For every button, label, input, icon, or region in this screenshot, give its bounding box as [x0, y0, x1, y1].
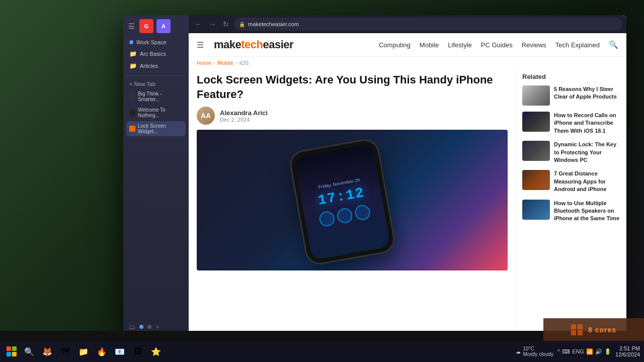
widget-circle-1	[318, 210, 336, 228]
site-logo: maketecheasier	[214, 38, 293, 51]
folder-icon-articles: 📁	[129, 62, 137, 69]
related-text-2: How to Record Calls on iPhone and Transc…	[554, 112, 620, 135]
hamburger-menu[interactable]: ☰	[197, 40, 204, 50]
new-tab-button[interactable]: + New Tab	[126, 79, 186, 89]
tab-lockscreen[interactable]: Lock Screen Widget...	[126, 121, 186, 136]
website-content: ☰ maketecheasier Computing Mobile Lifest…	[189, 33, 626, 337]
address-bar[interactable]: 🔒 maketecheasier.com	[234, 18, 622, 31]
start-button[interactable]	[4, 344, 19, 359]
gmail-tab[interactable]: G	[139, 19, 153, 33]
arc-basics-label: Arc Basics	[140, 51, 166, 57]
clock-time: 2:51 PM	[615, 345, 640, 351]
taskbar-right: ☁ 10°C Mostly cloudy ^ ⌨ ENG 📶 🔊 🔋 2:51 …	[516, 345, 640, 357]
nav-techexplained[interactable]: Tech Explained	[555, 41, 600, 49]
related-text-5: How to Use Multiple Bluetooth Speakers o…	[554, 200, 620, 223]
related-item-1[interactable]: 5 Reasons Why I Steer Clear of Apple Pro…	[522, 85, 620, 106]
tab-bigthink[interactable]: Big Think - Smarter...	[126, 89, 186, 104]
sidebar-item-workspace[interactable]: Work Space	[126, 37, 186, 47]
related-thumb-4	[522, 170, 550, 190]
weather-info: ☁ 10°C Mostly cloudy	[516, 346, 553, 357]
logo-make: make	[214, 38, 241, 51]
related-thumb-5	[522, 200, 550, 220]
articles-label: Articles	[140, 63, 158, 69]
corner-cell-3	[571, 330, 576, 335]
workspace-label: Work Space	[136, 39, 167, 45]
corner-grid	[571, 324, 583, 335]
related-item-2[interactable]: How to Record Calls on iPhone and Transc…	[522, 112, 620, 135]
clock: 2:51 PM 12/6/2024	[615, 345, 640, 357]
site-nav: Computing Mobile Lifestyle PC Guides Rev…	[379, 40, 618, 49]
new-tab-label: + New Tab	[129, 81, 155, 87]
url-text: maketecheasier.com	[248, 21, 299, 27]
widget-circle-2	[336, 207, 354, 224]
article-title: Lock Screen Widgets: Are You Using This …	[197, 73, 508, 102]
sidebar-top-tabs: ☰ G A	[126, 19, 186, 33]
author-initials: AA	[201, 112, 211, 120]
language-label: ENG	[572, 348, 584, 354]
tab-label-bigthink: Big Think - Smarter...	[138, 91, 183, 102]
browser-content: ← → ↻ 🔒 maketecheasier.com ☰ maketecheas…	[189, 15, 626, 337]
site-header: ☰ maketecheasier Computing Mobile Lifest…	[189, 33, 626, 57]
refresh-button[interactable]: ↻	[221, 19, 231, 29]
tab-favicon-mte	[129, 126, 135, 132]
sidebar-item-articles[interactable]: 📁 Articles	[126, 60, 186, 71]
search-icon[interactable]: 🔍	[609, 40, 618, 49]
back-button[interactable]: ←	[193, 19, 204, 29]
tab-label-lockscreen: Lock Screen Widget...	[138, 123, 183, 134]
breadcrumb-home[interactable]: Home	[197, 60, 211, 66]
breadcrumb-mobile[interactable]: Mobile	[217, 60, 233, 66]
corner-cell-2	[578, 324, 583, 329]
workspace-dot	[129, 40, 133, 44]
breadcrumb: Home › Mobile › iOS	[189, 57, 626, 69]
sidebar-item-arc-basics[interactable]: 📁 Arc Basics	[126, 48, 186, 59]
add-tab-icon[interactable]: +	[155, 323, 159, 331]
related-item-5[interactable]: How to Use Multiple Bluetooth Speakers o…	[522, 200, 620, 223]
taskbar-browser[interactable]: 🦊	[39, 343, 55, 359]
related-item-3[interactable]: Dynamic Lock: The Key to Protecting Your…	[522, 141, 620, 164]
taskbar-firefox[interactable]: 🔥	[94, 343, 110, 359]
arc-sidebar: ☰ G A Work Space 📁 Arc Basics 📁 Articles…	[123, 15, 189, 337]
phone-mockup: Friday, November 29 17:12	[288, 137, 397, 267]
nav-lifestyle[interactable]: Lifestyle	[448, 41, 472, 49]
tab-favicon-nothing	[129, 110, 135, 116]
tab-favicon-bigthink	[129, 94, 135, 100]
sidebar-divider	[126, 75, 186, 76]
sidebar-menu-icon[interactable]: ☰	[126, 21, 136, 31]
taskbar: 🔍 🦊 🗺 📁 🔥 📧 🖼 ⭐ ☁ 10°C Mostly cloudy ^ ⌨…	[0, 341, 644, 362]
windows-logo	[7, 346, 17, 356]
article-layout: Lock Screen Widgets: Are You Using This …	[189, 69, 626, 327]
taskbar-mail[interactable]: 📧	[112, 343, 128, 359]
taskbar-extra[interactable]: ⭐	[148, 343, 164, 359]
weather-temp: 10°C	[523, 346, 553, 351]
nav-computing[interactable]: Computing	[379, 41, 411, 49]
nav-reviews[interactable]: Reviews	[522, 41, 546, 49]
archive-icon[interactable]: 🗂	[128, 323, 135, 331]
browser-nav: ← → ↻ 🔒 maketecheasier.com	[189, 15, 626, 33]
keyboard-icon: ⌨	[562, 348, 570, 355]
taskbar-search[interactable]: 🔍	[21, 343, 37, 359]
breadcrumb-sep-1: ›	[213, 60, 215, 66]
win-logo-blue	[7, 352, 11, 356]
win-logo-yellow	[12, 352, 17, 356]
arc-tab[interactable]: A	[156, 19, 171, 33]
article-main: Lock Screen Widgets: Are You Using This …	[189, 69, 516, 327]
related-item-4[interactable]: 7 Great Distance Measuring Apps for Andr…	[522, 170, 620, 193]
taskbar-photos[interactable]: 🖼	[130, 343, 146, 359]
related-thumb-3	[522, 141, 550, 161]
inactive-dot	[147, 325, 151, 329]
corner-cell-4	[578, 330, 583, 335]
corner-cell-1	[571, 324, 576, 329]
taskbar-explorer[interactable]: 📁	[75, 343, 92, 359]
article-sidebar: Related 5 Reasons Why I Steer Clear of A…	[516, 69, 626, 327]
taskbar-maps[interactable]: 🗺	[57, 343, 73, 359]
system-icons: ^ ⌨ ENG 📶 🔊 🔋	[557, 348, 611, 355]
forward-button[interactable]: →	[207, 19, 218, 29]
nav-mobile[interactable]: Mobile	[420, 41, 439, 49]
weather-icon: ☁	[516, 349, 521, 354]
chevron-icon[interactable]: ^	[557, 348, 560, 354]
win-logo-red	[7, 346, 11, 351]
breadcrumb-ios: iOS	[239, 60, 249, 66]
nav-pcguides[interactable]: PC Guides	[481, 41, 513, 49]
laptop-frame: ☰ G A Work Space 📁 Arc Basics 📁 Articles…	[123, 15, 626, 337]
tab-nothing[interactable]: Welcome To Nothing...	[126, 105, 186, 120]
